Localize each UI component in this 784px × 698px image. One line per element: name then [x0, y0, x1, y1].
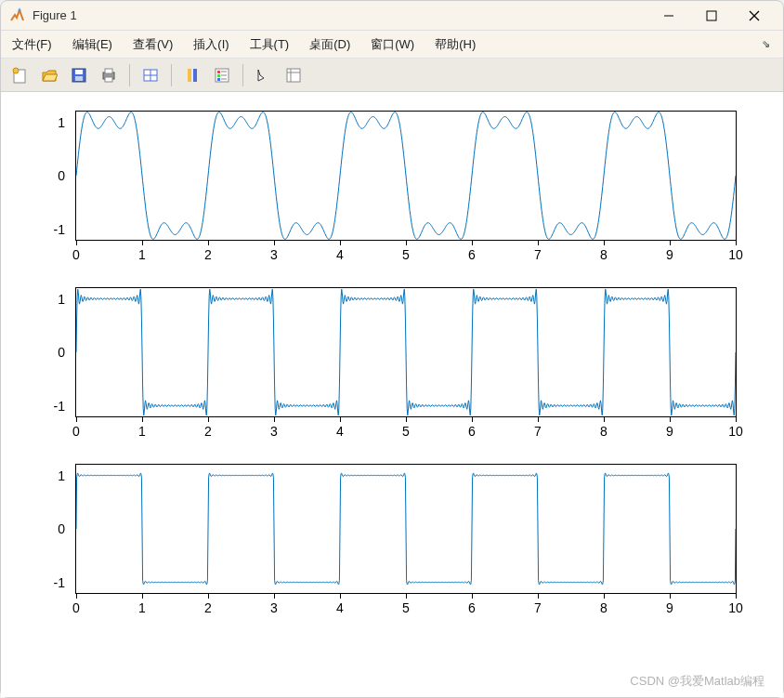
- xtick: [406, 416, 407, 422]
- svg-rect-21: [217, 78, 220, 81]
- ytick-label: 1: [58, 115, 65, 130]
- xtick: [340, 416, 341, 422]
- menu-tools[interactable]: 工具(T): [246, 34, 294, 55]
- menu-view[interactable]: 查看(V): [129, 34, 176, 55]
- xtick: [406, 593, 407, 599]
- subplot-1[interactable]: -101012345678910: [20, 111, 755, 241]
- ytick-label: -1: [54, 399, 65, 414]
- xtick-label: 0: [72, 600, 80, 615]
- menu-desktop[interactable]: 桌面(D): [306, 34, 354, 55]
- xtick: [670, 416, 671, 422]
- svg-rect-8: [75, 70, 83, 74]
- toolbar: [1, 59, 783, 92]
- xtick-label: 1: [138, 247, 146, 262]
- xtick-label: 3: [270, 247, 278, 262]
- xtick: [142, 593, 143, 599]
- svg-rect-17: [193, 69, 197, 82]
- subplot-2[interactable]: -101012345678910: [20, 287, 755, 417]
- xtick: [670, 240, 671, 245]
- xtick: [670, 593, 671, 599]
- watermark-text: CSDN @我爱Matlab编程: [630, 673, 764, 690]
- xtick: [340, 240, 341, 245]
- axes-1: -101012345678910: [75, 111, 737, 241]
- xtick-label: 2: [204, 247, 212, 262]
- toolbar-separator: [171, 64, 172, 86]
- xtick: [208, 416, 209, 422]
- ytick-label: 0: [58, 345, 65, 360]
- menu-edit[interactable]: 编辑(E): [69, 34, 116, 55]
- close-button[interactable]: [733, 2, 776, 30]
- xtick: [340, 593, 341, 599]
- xtick: [142, 240, 143, 245]
- xtick-label: 7: [534, 247, 542, 262]
- toolbar-separator: [242, 64, 243, 86]
- line-series-2: [76, 288, 736, 416]
- svg-rect-19: [217, 71, 220, 73]
- xtick: [274, 593, 275, 599]
- colorbar-button[interactable]: [179, 62, 205, 88]
- figure-window: Figure 1 文件(F) 编辑(E) 查看(V) 插入(I) 工具(T) 桌…: [0, 0, 784, 698]
- svg-rect-20: [217, 74, 220, 77]
- property-inspector-button[interactable]: [281, 62, 307, 88]
- ytick-label: 0: [58, 168, 65, 183]
- edit-plot-button[interactable]: [251, 62, 277, 88]
- svg-rect-11: [105, 69, 112, 73]
- link-plot-button[interactable]: [137, 62, 163, 88]
- plot-area: -101012345678910 -101012345678910 -10101…: [1, 92, 783, 697]
- line-series-1: [76, 112, 736, 240]
- svg-rect-9: [75, 76, 83, 81]
- titlebar[interactable]: Figure 1: [1, 1, 783, 31]
- svg-point-0: [19, 8, 21, 11]
- xtick-label: 7: [534, 424, 542, 439]
- menubar: 文件(F) 编辑(E) 查看(V) 插入(I) 工具(T) 桌面(D) 窗口(W…: [1, 31, 783, 59]
- xtick: [472, 593, 473, 599]
- xtick-label: 5: [402, 600, 410, 615]
- svg-rect-16: [188, 69, 191, 82]
- xtick: [538, 240, 539, 245]
- xtick: [604, 416, 605, 422]
- xtick-label: 5: [402, 247, 410, 262]
- xtick: [538, 593, 539, 599]
- xtick: [538, 416, 539, 422]
- save-button[interactable]: [66, 62, 92, 88]
- xtick-label: 3: [270, 424, 278, 439]
- minimize-button[interactable]: [647, 2, 690, 30]
- xtick: [274, 240, 275, 245]
- ytick-label: -1: [54, 575, 65, 590]
- axes-3: -101012345678910: [75, 464, 737, 594]
- svg-point-6: [13, 68, 19, 73]
- maximize-button[interactable]: [690, 2, 733, 30]
- xtick: [274, 416, 275, 422]
- xtick-label: 4: [336, 247, 344, 262]
- xtick: [604, 593, 605, 599]
- open-button[interactable]: [36, 62, 62, 88]
- matlab-icon: [8, 7, 25, 24]
- xtick-label: 1: [138, 424, 146, 439]
- menu-file[interactable]: 文件(F): [8, 34, 56, 55]
- menu-dropdown-icon[interactable]: ⇘: [762, 38, 776, 50]
- svg-rect-12: [105, 77, 112, 82]
- xtick-label: 3: [270, 600, 278, 615]
- ytick-label: -1: [54, 222, 65, 237]
- xtick: [76, 593, 77, 599]
- xtick-label: 10: [728, 600, 743, 615]
- xtick: [472, 240, 473, 245]
- new-figure-button[interactable]: [7, 62, 33, 88]
- xtick: [472, 416, 473, 422]
- xtick-label: 7: [534, 600, 542, 615]
- menu-insert[interactable]: 插入(I): [189, 34, 232, 55]
- xtick: [76, 240, 77, 245]
- xtick-label: 0: [72, 247, 80, 262]
- xtick-label: 6: [468, 247, 476, 262]
- xtick-label: 6: [468, 424, 476, 439]
- legend-button[interactable]: [209, 62, 235, 88]
- menu-window[interactable]: 窗口(W): [367, 34, 418, 55]
- menu-help[interactable]: 帮助(H): [431, 34, 479, 55]
- toolbar-separator: [129, 64, 130, 86]
- xtick-label: 9: [666, 600, 673, 615]
- xtick-label: 8: [600, 600, 608, 615]
- xtick-label: 1: [138, 600, 146, 615]
- subplot-3[interactable]: -101012345678910: [20, 464, 755, 594]
- xtick: [736, 593, 737, 599]
- print-button[interactable]: [96, 62, 122, 88]
